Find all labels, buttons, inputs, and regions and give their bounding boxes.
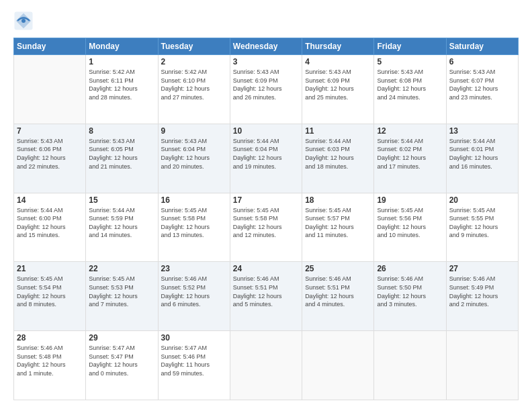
calendar-cell <box>374 331 446 400</box>
day-number: 14 <box>17 195 83 205</box>
day-info: Sunrise: 5:45 AM Sunset: 5:57 PM Dayligh… <box>305 206 371 240</box>
day-info: Sunrise: 5:46 AM Sunset: 5:50 PM Dayligh… <box>377 275 443 308</box>
page: SundayMondayTuesdayWednesdayThursdayFrid… <box>0 0 532 411</box>
day-info: Sunrise: 5:42 AM Sunset: 6:11 PM Dayligh… <box>89 68 154 101</box>
day-info: Sunrise: 5:44 AM Sunset: 6:02 PM Dayligh… <box>377 137 443 171</box>
day-number: 26 <box>377 264 443 273</box>
calendar-cell: 13Sunrise: 5:44 AM Sunset: 6:01 PM Dayli… <box>446 124 518 193</box>
calendar-cell <box>302 331 374 400</box>
day-info: Sunrise: 5:43 AM Sunset: 6:06 PM Dayligh… <box>17 137 83 171</box>
day-number: 20 <box>449 195 515 205</box>
header <box>13 11 519 31</box>
day-number: 24 <box>233 264 299 273</box>
day-number: 28 <box>17 333 83 342</box>
day-number: 4 <box>305 57 371 66</box>
day-header-tuesday: Tuesday <box>158 38 230 55</box>
calendar-week-row: 21Sunrise: 5:45 AM Sunset: 5:54 PM Dayli… <box>14 262 519 331</box>
calendar-cell: 16Sunrise: 5:45 AM Sunset: 5:58 PM Dayli… <box>158 193 230 262</box>
calendar-cell: 2Sunrise: 5:42 AM Sunset: 6:10 PM Daylig… <box>158 55 230 124</box>
day-number: 10 <box>233 126 299 136</box>
day-info: Sunrise: 5:46 AM Sunset: 5:48 PM Dayligh… <box>17 344 83 377</box>
day-info: Sunrise: 5:43 AM Sunset: 6:07 PM Dayligh… <box>449 68 515 101</box>
calendar-cell: 14Sunrise: 5:44 AM Sunset: 6:00 PM Dayli… <box>14 193 86 262</box>
day-info: Sunrise: 5:43 AM Sunset: 6:04 PM Dayligh… <box>161 137 227 171</box>
day-number: 25 <box>305 264 371 273</box>
calendar-cell: 10Sunrise: 5:44 AM Sunset: 6:04 PM Dayli… <box>230 124 302 193</box>
day-info: Sunrise: 5:45 AM Sunset: 5:53 PM Dayligh… <box>89 275 154 308</box>
calendar-cell: 19Sunrise: 5:45 AM Sunset: 5:56 PM Dayli… <box>374 193 446 262</box>
day-info: Sunrise: 5:46 AM Sunset: 5:51 PM Dayligh… <box>233 275 299 308</box>
day-number: 2 <box>161 57 227 66</box>
calendar-cell: 4Sunrise: 5:43 AM Sunset: 6:09 PM Daylig… <box>302 55 374 124</box>
calendar-cell: 25Sunrise: 5:46 AM Sunset: 5:51 PM Dayli… <box>302 262 374 331</box>
calendar-cell: 11Sunrise: 5:44 AM Sunset: 6:03 PM Dayli… <box>302 124 374 193</box>
day-info: Sunrise: 5:44 AM Sunset: 5:59 PM Dayligh… <box>89 206 154 240</box>
calendar-cell <box>14 55 86 124</box>
day-info: Sunrise: 5:45 AM Sunset: 5:54 PM Dayligh… <box>17 275 83 308</box>
calendar-week-row: 7Sunrise: 5:43 AM Sunset: 6:06 PM Daylig… <box>14 124 519 193</box>
calendar-cell: 20Sunrise: 5:45 AM Sunset: 5:55 PM Dayli… <box>446 193 518 262</box>
day-number: 15 <box>89 195 154 205</box>
day-number: 13 <box>449 126 515 136</box>
calendar-cell: 23Sunrise: 5:46 AM Sunset: 5:52 PM Dayli… <box>158 262 230 331</box>
day-number: 17 <box>233 195 299 205</box>
calendar-week-row: 28Sunrise: 5:46 AM Sunset: 5:48 PM Dayli… <box>14 331 519 400</box>
calendar-header-row: SundayMondayTuesdayWednesdayThursdayFrid… <box>14 38 519 55</box>
day-info: Sunrise: 5:44 AM Sunset: 6:04 PM Dayligh… <box>233 137 299 171</box>
day-info: Sunrise: 5:44 AM Sunset: 6:01 PM Dayligh… <box>449 137 515 171</box>
day-header-monday: Monday <box>86 38 158 55</box>
calendar-cell: 9Sunrise: 5:43 AM Sunset: 6:04 PM Daylig… <box>158 124 230 193</box>
day-info: Sunrise: 5:43 AM Sunset: 6:09 PM Dayligh… <box>233 68 299 101</box>
calendar-cell <box>446 331 518 400</box>
calendar-cell: 28Sunrise: 5:46 AM Sunset: 5:48 PM Dayli… <box>14 331 86 400</box>
calendar-cell: 8Sunrise: 5:43 AM Sunset: 6:05 PM Daylig… <box>86 124 158 193</box>
day-number: 11 <box>305 126 371 136</box>
day-info: Sunrise: 5:43 AM Sunset: 6:09 PM Dayligh… <box>305 68 371 101</box>
day-info: Sunrise: 5:45 AM Sunset: 5:58 PM Dayligh… <box>161 206 227 240</box>
calendar-cell: 22Sunrise: 5:45 AM Sunset: 5:53 PM Dayli… <box>86 262 158 331</box>
day-number: 6 <box>449 57 515 66</box>
day-header-friday: Friday <box>374 38 446 55</box>
day-info: Sunrise: 5:47 AM Sunset: 5:47 PM Dayligh… <box>89 344 154 377</box>
day-info: Sunrise: 5:44 AM Sunset: 6:03 PM Dayligh… <box>305 137 371 171</box>
day-number: 18 <box>305 195 371 205</box>
day-info: Sunrise: 5:44 AM Sunset: 6:00 PM Dayligh… <box>17 206 83 240</box>
calendar-cell: 5Sunrise: 5:43 AM Sunset: 6:08 PM Daylig… <box>374 55 446 124</box>
calendar-cell: 6Sunrise: 5:43 AM Sunset: 6:07 PM Daylig… <box>446 55 518 124</box>
day-number: 12 <box>377 126 443 136</box>
calendar-cell: 30Sunrise: 5:47 AM Sunset: 5:46 PM Dayli… <box>158 331 230 400</box>
calendar-cell: 24Sunrise: 5:46 AM Sunset: 5:51 PM Dayli… <box>230 262 302 331</box>
calendar-cell: 3Sunrise: 5:43 AM Sunset: 6:09 PM Daylig… <box>230 55 302 124</box>
calendar-cell: 29Sunrise: 5:47 AM Sunset: 5:47 PM Dayli… <box>86 331 158 400</box>
day-number: 8 <box>89 126 154 136</box>
day-info: Sunrise: 5:46 AM Sunset: 5:52 PM Dayligh… <box>161 275 227 308</box>
svg-point-2 <box>21 19 26 23</box>
calendar-cell: 21Sunrise: 5:45 AM Sunset: 5:54 PM Dayli… <box>14 262 86 331</box>
day-number: 1 <box>89 57 154 66</box>
calendar-cell: 1Sunrise: 5:42 AM Sunset: 6:11 PM Daylig… <box>86 55 158 124</box>
day-info: Sunrise: 5:46 AM Sunset: 5:49 PM Dayligh… <box>449 275 515 308</box>
day-header-sunday: Sunday <box>14 38 86 55</box>
day-info: Sunrise: 5:45 AM Sunset: 5:56 PM Dayligh… <box>377 206 443 240</box>
day-info: Sunrise: 5:43 AM Sunset: 6:08 PM Dayligh… <box>377 68 443 101</box>
day-number: 22 <box>89 264 154 273</box>
day-number: 9 <box>161 126 227 136</box>
day-info: Sunrise: 5:45 AM Sunset: 5:55 PM Dayligh… <box>449 206 515 240</box>
day-number: 27 <box>449 264 515 273</box>
day-number: 30 <box>161 333 227 342</box>
logo <box>13 11 36 31</box>
day-number: 5 <box>377 57 443 66</box>
day-number: 19 <box>377 195 443 205</box>
day-number: 23 <box>161 264 227 273</box>
calendar-week-row: 14Sunrise: 5:44 AM Sunset: 6:00 PM Dayli… <box>14 193 519 262</box>
calendar-cell <box>230 331 302 400</box>
day-number: 3 <box>233 57 299 66</box>
calendar-cell: 15Sunrise: 5:44 AM Sunset: 5:59 PM Dayli… <box>86 193 158 262</box>
day-header-saturday: Saturday <box>446 38 518 55</box>
calendar-cell: 7Sunrise: 5:43 AM Sunset: 6:06 PM Daylig… <box>14 124 86 193</box>
day-info: Sunrise: 5:42 AM Sunset: 6:10 PM Dayligh… <box>161 68 227 101</box>
day-info: Sunrise: 5:47 AM Sunset: 5:46 PM Dayligh… <box>161 344 227 377</box>
day-header-thursday: Thursday <box>302 38 374 55</box>
day-header-wednesday: Wednesday <box>230 38 302 55</box>
day-info: Sunrise: 5:46 AM Sunset: 5:51 PM Dayligh… <box>305 275 371 308</box>
